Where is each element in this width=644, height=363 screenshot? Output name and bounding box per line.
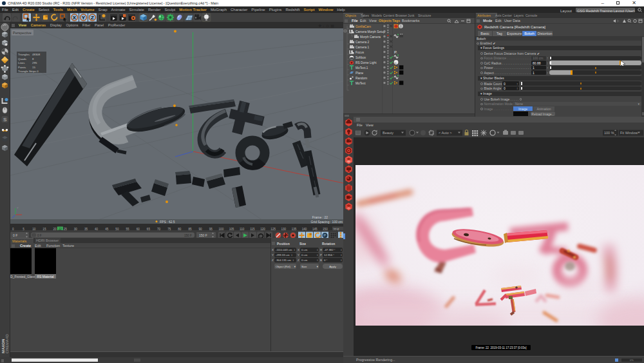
svg-text:0 F: 0 F [13,233,17,237]
svg-text:Random: Random [355,77,367,80]
svg-text:Grid Spacing : 100 cm: Grid Spacing : 100 cm [311,220,343,224]
svg-text:Plane: Plane [355,72,364,75]
svg-text:< Auto >: < Auto > [439,131,452,135]
svg-text:48308: 48308 [32,53,41,56]
svg-text:Camera 2: Camera 2 [355,41,369,44]
svg-text:FPS : 62.5: FPS : 62.5 [160,220,175,224]
svg-text:0 F: 0 F [37,234,42,237]
svg-text:S: S [3,117,6,123]
svg-text:150 F: 150 F [199,233,207,237]
svg-text:Quads: Quads [18,57,27,61]
svg-text:Y: Y [17,206,19,210]
svg-text:P.: P. [394,50,397,54]
svg-text:MoText.1: MoText.1 [355,66,368,70]
svg-text:100 %: 100 % [604,131,614,135]
svg-text:X: X [73,15,77,21]
svg-text:P: P [323,233,326,237]
svg-text:Perspective: Perspective [13,31,32,35]
svg-text:GorillaCam: GorillaCam [355,25,371,28]
svg-text:295: 295 [32,61,37,64]
svg-text:Z: Z [91,15,94,21]
svg-text:Softbox: Softbox [355,56,366,59]
svg-text:Camera 1: Camera 1 [355,46,369,49]
svg-text:Morph Camera: Morph Camera [360,35,381,39]
svg-text:Lines: Lines [18,61,25,64]
svg-text:Focus: Focus [355,51,365,54]
svg-text:150 F: 150 F [184,234,192,237]
svg-text:RS Dome Light: RS Dome Light [355,61,377,64]
svg-text:rs: rs [395,61,397,64]
svg-text:Frame : 22: Frame : 22 [312,215,328,219]
svg-text:Beauty: Beauty [383,131,393,135]
svg-text:Y: Y [82,15,86,21]
svg-text:Triangle Strips 0: Triangle Strips 0 [18,70,39,73]
svg-text:Camera Morph Setup: Camera Morph Setup [355,30,385,34]
svg-text:Fit Window: Fit Window [620,131,638,135]
svg-text:Triangles: Triangles [18,53,30,56]
svg-text:MoText: MoText [355,82,366,85]
svg-text:Points: Points [18,66,26,69]
svg-text:15: 15 [32,66,35,69]
